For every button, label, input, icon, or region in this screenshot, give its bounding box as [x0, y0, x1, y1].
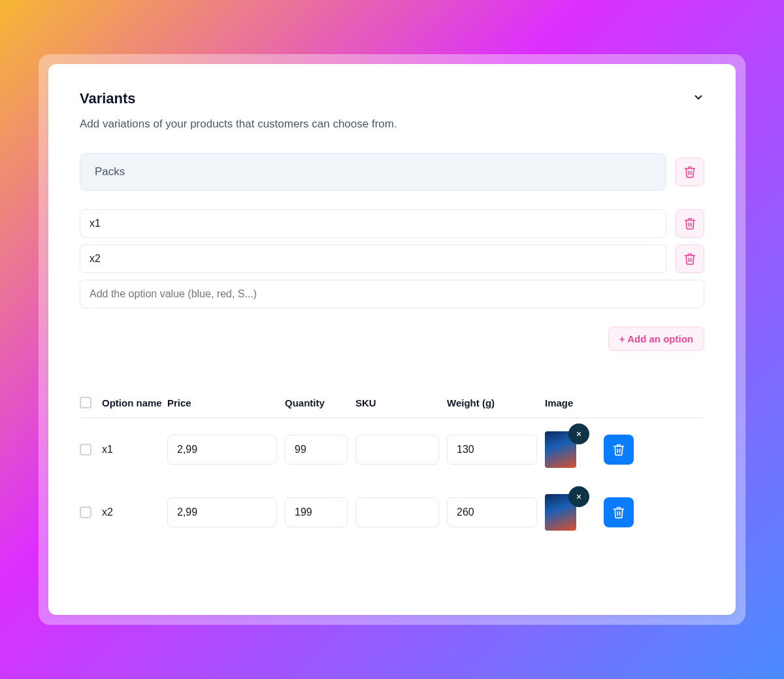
option-name-input[interactable]: [80, 153, 666, 191]
outer-frame: Variants Add variations of your products…: [39, 55, 745, 624]
th-option-name: Option name: [102, 397, 167, 408]
option-name-row: [80, 153, 704, 191]
trash-icon: [683, 217, 696, 230]
weight-input[interactable]: [447, 497, 537, 527]
remove-image-button[interactable]: [568, 486, 589, 507]
table-head: Option name Price Quantity SKU Weight (g…: [80, 397, 704, 418]
table-row: x1: [80, 418, 704, 481]
row-checkbox[interactable]: [80, 506, 91, 518]
trash-icon: [612, 506, 625, 519]
variant-image[interactable]: [545, 431, 576, 468]
variants-card: Variants Add variations of your products…: [48, 64, 736, 615]
option-value-row: [80, 209, 704, 238]
trash-icon: [683, 165, 696, 178]
collapse-toggle[interactable]: [693, 91, 704, 106]
trash-icon: [683, 252, 696, 265]
option-value-input[interactable]: [80, 244, 666, 273]
th-quantity: Quantity: [285, 397, 355, 408]
price-input[interactable]: [167, 497, 277, 527]
add-option-button[interactable]: + Add an option: [608, 327, 704, 351]
row-option-name: x1: [102, 444, 167, 455]
option-block: + Add an option: [80, 153, 704, 351]
table-row: x2: [80, 481, 704, 544]
option-value-row: [80, 244, 704, 273]
option-value-input[interactable]: [80, 209, 666, 238]
chevron-down-icon: [693, 91, 704, 103]
close-icon: [576, 493, 582, 500]
section-header: Variants: [80, 90, 704, 107]
quantity-input[interactable]: [285, 435, 348, 465]
th-weight: Weight (g): [447, 397, 545, 408]
delete-option-button[interactable]: [676, 157, 704, 186]
add-option-value-input[interactable]: [80, 280, 704, 308]
row-option-name: x2: [102, 506, 167, 518]
th-sku: SKU: [355, 397, 447, 408]
quantity-input[interactable]: [285, 497, 348, 527]
trash-icon: [612, 443, 625, 456]
sku-input[interactable]: [355, 497, 439, 527]
add-option-row: + Add an option: [80, 327, 704, 351]
delete-row-button[interactable]: [604, 435, 634, 465]
select-all-checkbox[interactable]: [80, 397, 91, 408]
variants-table: Option name Price Quantity SKU Weight (g…: [80, 397, 704, 544]
delete-value-button[interactable]: [676, 244, 704, 273]
remove-image-button[interactable]: [568, 423, 589, 444]
section-description: Add variations of your products that cus…: [80, 118, 704, 131]
price-input[interactable]: [167, 435, 277, 465]
weight-input[interactable]: [447, 435, 537, 465]
close-icon: [576, 431, 582, 437]
option-values-block: [80, 209, 704, 308]
th-price: Price: [167, 397, 285, 408]
delete-value-button[interactable]: [676, 209, 704, 238]
delete-row-button[interactable]: [604, 497, 634, 527]
section-title: Variants: [80, 90, 136, 107]
sku-input[interactable]: [355, 435, 439, 465]
th-image: Image: [545, 397, 604, 408]
row-checkbox[interactable]: [80, 444, 91, 455]
variant-image[interactable]: [545, 494, 576, 531]
